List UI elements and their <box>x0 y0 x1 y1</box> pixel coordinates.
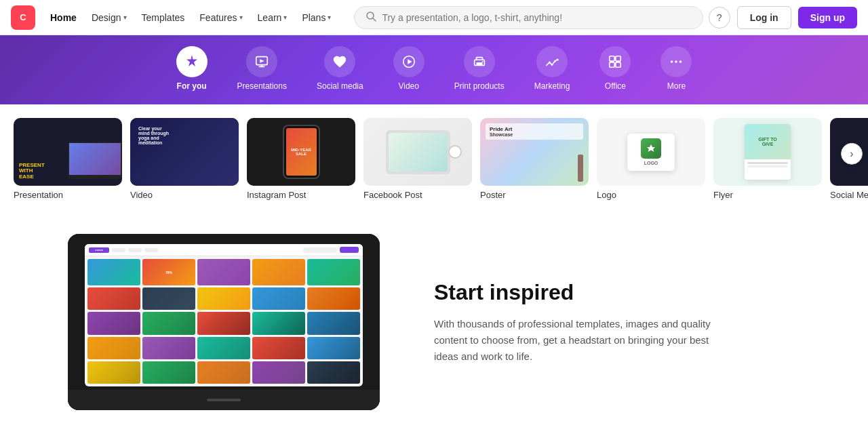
inspired-title: Start inspired <box>434 279 814 305</box>
presentations-icon <box>246 46 277 77</box>
login-button[interactable]: Log in <box>737 6 791 29</box>
category-bar: For you Presentations Social media <box>0 35 868 104</box>
template-card-poster[interactable]: Pride Art Showcase Poster <box>480 118 589 200</box>
svg-point-16 <box>557 59 559 61</box>
category-label-marketing: Marketing <box>534 81 570 91</box>
for-you-icon <box>176 46 208 77</box>
template-card-instagram[interactable]: MID-YEARSALE Instagram Post <box>247 118 355 200</box>
category-label-presentations: Presentations <box>237 81 287 91</box>
svg-point-12 <box>481 61 483 62</box>
nav-plans[interactable]: Plans ▾ <box>295 8 338 27</box>
nav-templates[interactable]: Templates <box>135 8 192 27</box>
category-presentations[interactable]: Presentations <box>222 42 302 95</box>
template-card-flyer[interactable]: GIFT TOGIVE Flyer <box>713 118 822 200</box>
template-label-instagram: Instagram Post <box>247 190 306 200</box>
search-icon <box>366 11 376 24</box>
template-thumbnail-instagram: MID-YEARSALE <box>247 118 355 186</box>
template-label-video: Video <box>130 190 153 200</box>
navbar: C Home Design ▾ Templates Features ▾ Lea… <box>0 0 868 35</box>
category-label-print-products: Print products <box>454 81 505 91</box>
logo[interactable]: C <box>11 5 35 30</box>
category-more[interactable]: More <box>646 42 707 95</box>
more-icon <box>660 46 692 77</box>
template-card-presentation[interactable]: PRESENTWITHEASE Presentation <box>14 118 122 200</box>
svg-text:C: C <box>20 12 26 22</box>
template-thumbnail-flyer: GIFT TOGIVE <box>713 118 822 186</box>
category-video[interactable]: Video <box>378 42 439 95</box>
svg-rect-20 <box>616 62 620 67</box>
nav-learn[interactable]: Learn ▾ <box>251 8 294 27</box>
svg-point-23 <box>679 60 682 63</box>
category-print-products[interactable]: Print products <box>439 42 519 95</box>
chevron-down-icon: ▾ <box>283 14 287 21</box>
chevron-down-icon: ▾ <box>328 14 331 21</box>
svg-point-15 <box>554 60 556 62</box>
chevron-down-icon: ▾ <box>239 14 243 21</box>
svg-point-14 <box>551 64 553 66</box>
category-office[interactable]: Office <box>585 42 646 95</box>
svg-rect-19 <box>610 62 614 67</box>
chevron-down-icon: ▾ <box>123 14 127 21</box>
svg-point-22 <box>675 60 678 63</box>
category-label-office: Office <box>605 81 626 91</box>
template-thumbnail-poster: Pride Art Showcase <box>480 118 589 186</box>
inspired-description: With thousands of professional templates… <box>434 316 719 365</box>
nav-design[interactable]: Design ▾ <box>85 8 134 27</box>
category-marketing[interactable]: Marketing <box>519 42 585 95</box>
template-label-facebook: Facebook Post <box>363 190 422 200</box>
help-button[interactable]: ? <box>709 7 730 28</box>
inspired-text-block: Start inspired With thousands of profess… <box>434 279 814 365</box>
laptop-illustration: canva 78% <box>68 234 380 410</box>
nav-links: Home Design ▾ Templates Features ▾ Learn… <box>43 8 338 27</box>
svg-rect-17 <box>610 56 614 61</box>
template-label-poster: Poster <box>480 190 506 200</box>
category-label-social-media: Social media <box>317 81 363 91</box>
search-input[interactable] <box>382 12 691 23</box>
scroll-right-button[interactable]: › <box>841 142 863 164</box>
template-label-flyer: Flyer <box>713 190 733 200</box>
print-products-icon <box>464 46 495 77</box>
video-icon <box>393 46 425 77</box>
templates-section: PRESENTWITHEASE Presentation Clear yourm… <box>0 104 868 207</box>
template-thumbnail-presentation: PRESENTWITHEASE <box>14 118 122 186</box>
nav-features[interactable]: Features ▾ <box>193 8 249 27</box>
template-label-social-media: Social Media <box>830 190 868 200</box>
svg-marker-7 <box>260 59 264 63</box>
office-icon <box>599 46 631 77</box>
template-label-presentation: Presentation <box>14 190 63 200</box>
template-thumbnail-facebook <box>363 118 472 186</box>
marketing-icon <box>536 46 568 77</box>
inspired-section: canva 78% <box>0 207 868 421</box>
svg-point-13 <box>549 62 551 64</box>
svg-point-21 <box>671 60 673 63</box>
search-bar[interactable] <box>354 6 703 29</box>
category-label-more: More <box>667 81 686 91</box>
svg-marker-9 <box>408 59 412 64</box>
svg-rect-18 <box>616 56 620 61</box>
signup-button[interactable]: Sign up <box>798 7 857 28</box>
category-social-media[interactable]: Social media <box>302 42 378 95</box>
social-media-icon <box>324 46 355 77</box>
template-label-logo: Logo <box>597 190 616 200</box>
nav-home[interactable]: Home <box>43 8 83 27</box>
category-label-video: Video <box>398 81 418 91</box>
category-for-you[interactable]: For you <box>161 42 222 95</box>
category-label-for-you: For you <box>177 81 207 91</box>
template-thumbnail-video: Clear yourmind throughyoga andmeditation <box>130 118 239 186</box>
svg-rect-11 <box>476 62 482 66</box>
template-card-facebook[interactable]: Facebook Post <box>363 118 472 200</box>
template-card-logo[interactable]: LOGO Logo <box>597 118 705 200</box>
template-card-video[interactable]: Clear yourmind throughyoga andmeditation… <box>130 118 239 200</box>
svg-line-3 <box>373 18 376 21</box>
template-thumbnail-logo: LOGO <box>597 118 705 186</box>
nav-right: ? Log in Sign up <box>709 6 857 29</box>
